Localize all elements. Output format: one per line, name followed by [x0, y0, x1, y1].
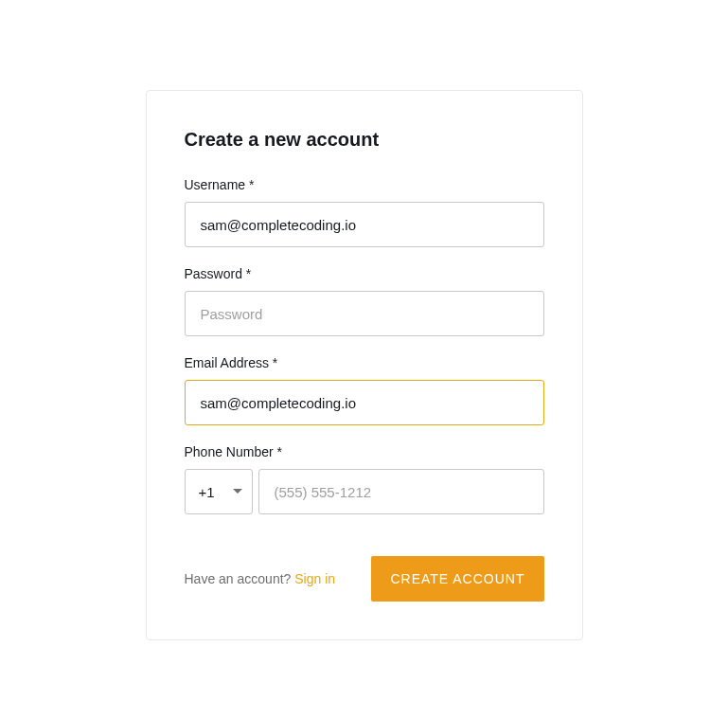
have-account-text: Have an account?	[185, 571, 295, 586]
chevron-down-icon	[233, 489, 242, 494]
phone-row: +1	[185, 469, 544, 514]
signin-text: Have an account? Sign in	[185, 571, 336, 586]
password-label: Password *	[185, 266, 544, 281]
dial-code-select[interactable]: +1	[185, 469, 253, 514]
sign-in-link[interactable]: Sign in	[294, 571, 335, 586]
email-label: Email Address *	[185, 355, 544, 370]
email-field-group: Email Address *	[185, 355, 544, 425]
create-account-button[interactable]: CREATE ACCOUNT	[371, 556, 543, 602]
phone-input[interactable]	[258, 469, 544, 514]
password-field-group: Password *	[185, 266, 544, 336]
phone-label: Phone Number *	[185, 444, 544, 459]
email-input[interactable]	[185, 380, 544, 425]
username-input[interactable]	[185, 202, 544, 247]
page-title: Create a new account	[185, 129, 544, 151]
phone-field-group: Phone Number * +1	[185, 444, 544, 514]
footer-row: Have an account? Sign in CREATE ACCOUNT	[185, 556, 544, 602]
dial-code-value: +1	[199, 484, 215, 500]
username-label: Username *	[185, 177, 544, 192]
signup-card: Create a new account Username * Password…	[146, 90, 583, 640]
username-field-group: Username *	[185, 177, 544, 247]
password-input[interactable]	[185, 291, 544, 336]
